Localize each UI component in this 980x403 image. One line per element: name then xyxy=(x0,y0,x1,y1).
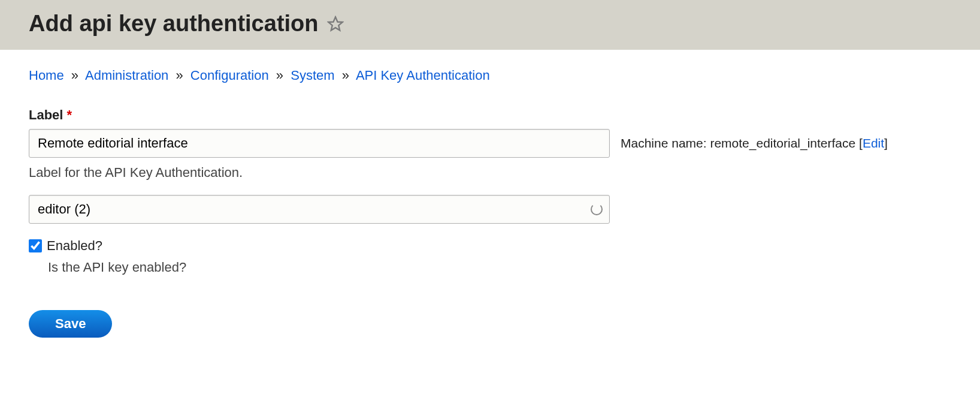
form-item-label: Label * Machine name: remote_editorial_i… xyxy=(29,107,951,181)
machine-name-suffix: Machine name: remote_editorial_interface… xyxy=(621,136,888,151)
enabled-description: Is the API key enabled? xyxy=(48,260,951,275)
enabled-checkbox[interactable] xyxy=(29,239,42,252)
breadcrumb-link-administration[interactable]: Administration xyxy=(85,68,168,83)
enabled-checkbox-row: Enabled? xyxy=(29,238,951,254)
form-item-user xyxy=(29,195,951,224)
svg-marker-0 xyxy=(328,17,342,30)
label-input[interactable] xyxy=(29,129,610,158)
breadcrumb-separator: » xyxy=(342,68,349,83)
required-indicator: * xyxy=(67,107,72,122)
label-field-description: Label for the API Key Authentication. xyxy=(29,165,951,181)
star-icon[interactable] xyxy=(327,16,344,32)
breadcrumb-separator: » xyxy=(176,68,183,83)
breadcrumb-separator: » xyxy=(71,68,78,83)
breadcrumb: Home » Administration » Configuration » … xyxy=(29,68,951,83)
loading-spinner-icon xyxy=(591,203,603,215)
user-autocomplete-wrap xyxy=(29,195,610,224)
page-header: Add api key authentication xyxy=(0,0,980,50)
breadcrumb-link-api-key-auth[interactable]: API Key Authentication xyxy=(356,68,490,83)
page-title: Add api key authentication xyxy=(29,11,319,37)
breadcrumb-link-configuration[interactable]: Configuration xyxy=(190,68,269,83)
machine-name-value: remote_editorial_interface xyxy=(710,136,855,150)
enabled-checkbox-label[interactable]: Enabled? xyxy=(47,238,102,254)
label-text: Label xyxy=(29,107,63,122)
breadcrumb-link-system[interactable]: System xyxy=(291,68,334,83)
machine-name-edit-link[interactable]: Edit xyxy=(863,136,884,150)
label-field-label: Label * xyxy=(29,107,951,123)
user-input[interactable] xyxy=(29,195,610,224)
machine-name-bracket-open: [ xyxy=(855,136,863,150)
machine-name-bracket-close: ] xyxy=(884,136,888,150)
save-button[interactable]: Save xyxy=(29,310,112,338)
label-input-row: Machine name: remote_editorial_interface… xyxy=(29,129,951,158)
form-item-enabled: Enabled? Is the API key enabled? xyxy=(29,238,951,275)
breadcrumb-link-home[interactable]: Home xyxy=(29,68,64,83)
machine-name-prefix: Machine name: xyxy=(621,136,710,150)
breadcrumb-separator: » xyxy=(276,68,283,83)
content-region: Home » Administration » Configuration » … xyxy=(0,50,980,356)
